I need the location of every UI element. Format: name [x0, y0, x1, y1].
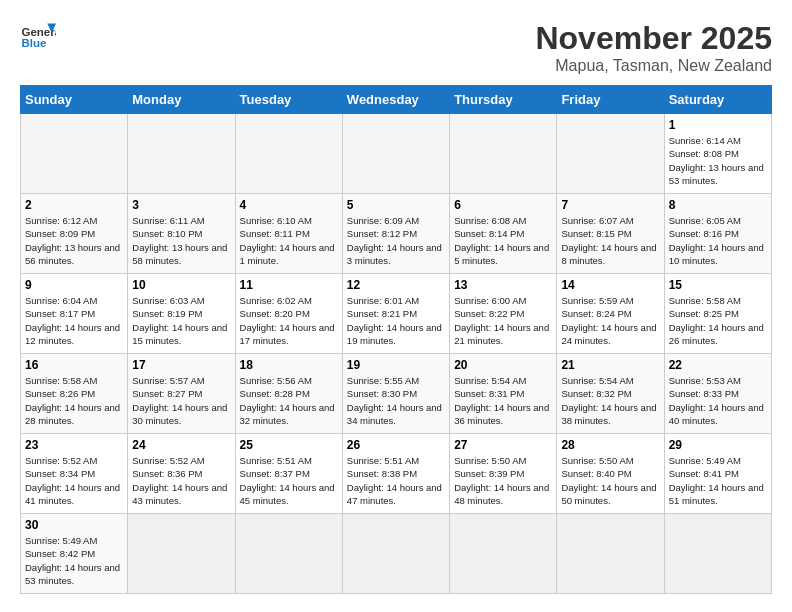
day-cell [557, 514, 664, 594]
day-cell: 9Sunrise: 6:04 AM Sunset: 8:17 PM Daylig… [21, 274, 128, 354]
day-cell [450, 114, 557, 194]
day-info: Sunrise: 6:03 AM Sunset: 8:19 PM Dayligh… [132, 294, 230, 347]
day-cell: 27Sunrise: 5:50 AM Sunset: 8:39 PM Dayli… [450, 434, 557, 514]
svg-text:Blue: Blue [21, 37, 47, 49]
day-cell [557, 114, 664, 194]
day-number: 9 [25, 278, 123, 292]
header-day-thursday: Thursday [450, 86, 557, 114]
day-cell: 13Sunrise: 6:00 AM Sunset: 8:22 PM Dayli… [450, 274, 557, 354]
day-cell: 14Sunrise: 5:59 AM Sunset: 8:24 PM Dayli… [557, 274, 664, 354]
day-info: Sunrise: 5:55 AM Sunset: 8:30 PM Dayligh… [347, 374, 445, 427]
day-cell: 20Sunrise: 5:54 AM Sunset: 8:31 PM Dayli… [450, 354, 557, 434]
day-cell: 6Sunrise: 6:08 AM Sunset: 8:14 PM Daylig… [450, 194, 557, 274]
day-info: Sunrise: 5:59 AM Sunset: 8:24 PM Dayligh… [561, 294, 659, 347]
day-info: Sunrise: 6:14 AM Sunset: 8:08 PM Dayligh… [669, 134, 767, 187]
day-cell [235, 114, 342, 194]
day-info: Sunrise: 6:04 AM Sunset: 8:17 PM Dayligh… [25, 294, 123, 347]
day-info: Sunrise: 5:50 AM Sunset: 8:40 PM Dayligh… [561, 454, 659, 507]
day-number: 29 [669, 438, 767, 452]
day-info: Sunrise: 5:52 AM Sunset: 8:34 PM Dayligh… [25, 454, 123, 507]
day-cell [128, 114, 235, 194]
calendar-header: SundayMondayTuesdayWednesdayThursdayFrid… [21, 86, 772, 114]
month-title: November 2025 [535, 20, 772, 57]
day-number: 22 [669, 358, 767, 372]
day-cell: 15Sunrise: 5:58 AM Sunset: 8:25 PM Dayli… [664, 274, 771, 354]
day-info: Sunrise: 6:12 AM Sunset: 8:09 PM Dayligh… [25, 214, 123, 267]
day-info: Sunrise: 6:07 AM Sunset: 8:15 PM Dayligh… [561, 214, 659, 267]
day-info: Sunrise: 5:54 AM Sunset: 8:31 PM Dayligh… [454, 374, 552, 427]
day-info: Sunrise: 6:08 AM Sunset: 8:14 PM Dayligh… [454, 214, 552, 267]
week-row-5: 23Sunrise: 5:52 AM Sunset: 8:34 PM Dayli… [21, 434, 772, 514]
day-number: 4 [240, 198, 338, 212]
day-number: 25 [240, 438, 338, 452]
day-cell: 29Sunrise: 5:49 AM Sunset: 8:41 PM Dayli… [664, 434, 771, 514]
day-number: 16 [25, 358, 123, 372]
day-cell: 7Sunrise: 6:07 AM Sunset: 8:15 PM Daylig… [557, 194, 664, 274]
day-number: 7 [561, 198, 659, 212]
day-cell: 8Sunrise: 6:05 AM Sunset: 8:16 PM Daylig… [664, 194, 771, 274]
day-cell: 3Sunrise: 6:11 AM Sunset: 8:10 PM Daylig… [128, 194, 235, 274]
day-cell: 24Sunrise: 5:52 AM Sunset: 8:36 PM Dayli… [128, 434, 235, 514]
day-info: Sunrise: 5:56 AM Sunset: 8:28 PM Dayligh… [240, 374, 338, 427]
logo: General Blue [20, 20, 56, 56]
day-number: 21 [561, 358, 659, 372]
day-info: Sunrise: 6:11 AM Sunset: 8:10 PM Dayligh… [132, 214, 230, 267]
day-cell [664, 514, 771, 594]
day-number: 24 [132, 438, 230, 452]
day-cell: 4Sunrise: 6:10 AM Sunset: 8:11 PM Daylig… [235, 194, 342, 274]
day-number: 6 [454, 198, 552, 212]
calendar-body: 1Sunrise: 6:14 AM Sunset: 8:08 PM Daylig… [21, 114, 772, 594]
week-row-1: 1Sunrise: 6:14 AM Sunset: 8:08 PM Daylig… [21, 114, 772, 194]
day-info: Sunrise: 5:53 AM Sunset: 8:33 PM Dayligh… [669, 374, 767, 427]
day-info: Sunrise: 6:05 AM Sunset: 8:16 PM Dayligh… [669, 214, 767, 267]
day-info: Sunrise: 5:52 AM Sunset: 8:36 PM Dayligh… [132, 454, 230, 507]
day-info: Sunrise: 5:58 AM Sunset: 8:25 PM Dayligh… [669, 294, 767, 347]
day-number: 1 [669, 118, 767, 132]
title-area: November 2025 Mapua, Tasman, New Zealand [535, 20, 772, 75]
day-cell [235, 514, 342, 594]
day-info: Sunrise: 5:49 AM Sunset: 8:41 PM Dayligh… [669, 454, 767, 507]
day-number: 5 [347, 198, 445, 212]
day-number: 2 [25, 198, 123, 212]
logo-icon: General Blue [20, 20, 56, 56]
day-cell: 5Sunrise: 6:09 AM Sunset: 8:12 PM Daylig… [342, 194, 449, 274]
day-cell: 16Sunrise: 5:58 AM Sunset: 8:26 PM Dayli… [21, 354, 128, 434]
day-info: Sunrise: 6:01 AM Sunset: 8:21 PM Dayligh… [347, 294, 445, 347]
week-row-6: 30Sunrise: 5:49 AM Sunset: 8:42 PM Dayli… [21, 514, 772, 594]
day-number: 18 [240, 358, 338, 372]
day-cell: 22Sunrise: 5:53 AM Sunset: 8:33 PM Dayli… [664, 354, 771, 434]
calendar-table: SundayMondayTuesdayWednesdayThursdayFrid… [20, 85, 772, 594]
header-day-sunday: Sunday [21, 86, 128, 114]
day-number: 13 [454, 278, 552, 292]
day-number: 8 [669, 198, 767, 212]
day-number: 10 [132, 278, 230, 292]
day-info: Sunrise: 5:50 AM Sunset: 8:39 PM Dayligh… [454, 454, 552, 507]
header-day-wednesday: Wednesday [342, 86, 449, 114]
day-info: Sunrise: 5:54 AM Sunset: 8:32 PM Dayligh… [561, 374, 659, 427]
header-day-friday: Friday [557, 86, 664, 114]
day-cell: 21Sunrise: 5:54 AM Sunset: 8:32 PM Dayli… [557, 354, 664, 434]
day-number: 17 [132, 358, 230, 372]
day-number: 3 [132, 198, 230, 212]
location: Mapua, Tasman, New Zealand [535, 57, 772, 75]
day-number: 15 [669, 278, 767, 292]
day-cell: 25Sunrise: 5:51 AM Sunset: 8:37 PM Dayli… [235, 434, 342, 514]
header-day-monday: Monday [128, 86, 235, 114]
day-cell [342, 114, 449, 194]
day-cell [450, 514, 557, 594]
day-info: Sunrise: 6:00 AM Sunset: 8:22 PM Dayligh… [454, 294, 552, 347]
header: General Blue November 2025 Mapua, Tasman… [20, 20, 772, 75]
day-info: Sunrise: 5:49 AM Sunset: 8:42 PM Dayligh… [25, 534, 123, 587]
day-number: 26 [347, 438, 445, 452]
header-row: SundayMondayTuesdayWednesdayThursdayFrid… [21, 86, 772, 114]
day-number: 20 [454, 358, 552, 372]
day-info: Sunrise: 5:51 AM Sunset: 8:38 PM Dayligh… [347, 454, 445, 507]
day-number: 23 [25, 438, 123, 452]
day-number: 30 [25, 518, 123, 532]
day-number: 14 [561, 278, 659, 292]
day-info: Sunrise: 6:09 AM Sunset: 8:12 PM Dayligh… [347, 214, 445, 267]
day-number: 19 [347, 358, 445, 372]
week-row-3: 9Sunrise: 6:04 AM Sunset: 8:17 PM Daylig… [21, 274, 772, 354]
day-info: Sunrise: 6:10 AM Sunset: 8:11 PM Dayligh… [240, 214, 338, 267]
day-info: Sunrise: 5:57 AM Sunset: 8:27 PM Dayligh… [132, 374, 230, 427]
